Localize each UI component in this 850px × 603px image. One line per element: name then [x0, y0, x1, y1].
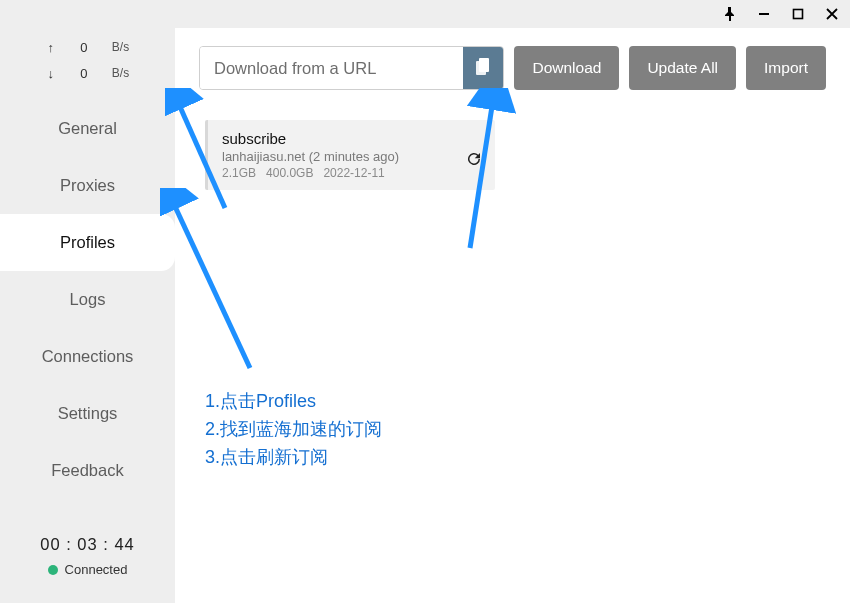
sidebar-item-logs[interactable]: Logs	[0, 271, 175, 328]
button-label: Update All	[647, 59, 718, 77]
upload-value: 0	[74, 40, 94, 55]
profile-title: subscribe	[222, 130, 481, 147]
minimize-button[interactable]	[754, 4, 774, 24]
paste-button[interactable]	[463, 47, 503, 89]
svg-rect-1	[794, 10, 803, 19]
sidebar-item-label: Proxies	[60, 176, 115, 195]
annotation-text: 1.点击Profiles 2.找到蓝海加速的订阅 3.点击刷新订阅	[205, 388, 382, 472]
profile-expire: 2022-12-11	[323, 166, 384, 180]
refresh-icon	[465, 150, 483, 168]
profile-domain: lanhaijiasu.net	[222, 149, 305, 164]
profile-used: 2.1GB	[222, 166, 256, 180]
sidebar-item-label: Settings	[58, 404, 118, 423]
annotation-arrow-2	[160, 188, 260, 378]
uptime: 00 : 03 : 44	[0, 535, 175, 554]
sidebar-item-label: Logs	[70, 290, 106, 309]
button-label: Download	[532, 59, 601, 77]
download-unit: B/s	[112, 66, 129, 80]
sidebar-item-settings[interactable]: Settings	[0, 385, 175, 442]
nav: General Proxies Profiles Logs Connection…	[0, 100, 175, 499]
status-label: Connected	[65, 562, 128, 577]
profile-age: (2 minutes ago)	[309, 149, 399, 164]
connection-status: Connected	[0, 562, 175, 577]
button-label: Import	[764, 59, 808, 77]
close-button[interactable]	[822, 4, 842, 24]
download-speed: ↓ 0 B/s	[0, 60, 175, 86]
annotation-line: 1.点击Profiles	[205, 388, 382, 416]
sidebar: ↑ 0 B/s ↓ 0 B/s General Proxies Profiles…	[0, 28, 175, 603]
download-value: 0	[74, 66, 94, 81]
toolbar: Download Update All Import	[199, 46, 826, 90]
sidebar-item-proxies[interactable]: Proxies	[0, 157, 175, 214]
annotation-line: 2.找到蓝海加速的订阅	[205, 416, 382, 444]
sidebar-item-general[interactable]: General	[0, 100, 175, 157]
import-button[interactable]: Import	[746, 46, 826, 90]
main-pane: Download Update All Import subscribe lan…	[175, 28, 850, 603]
sidebar-item-label: Feedback	[51, 461, 123, 480]
svg-rect-3	[479, 58, 489, 72]
pin-icon[interactable]	[720, 4, 740, 24]
sidebar-item-label: General	[58, 119, 117, 138]
svg-rect-0	[759, 13, 769, 15]
upload-speed: ↑ 0 B/s	[0, 34, 175, 60]
upload-unit: B/s	[112, 40, 129, 54]
sidebar-item-label: Profiles	[60, 233, 115, 252]
url-input-group	[199, 46, 504, 90]
titlebar	[0, 0, 850, 28]
svg-line-5	[172, 200, 250, 368]
download-arrow-icon: ↓	[46, 66, 56, 81]
sidebar-item-label: Connections	[42, 347, 134, 366]
window-root: ↑ 0 B/s ↓ 0 B/s General Proxies Profiles…	[0, 0, 850, 603]
annotation-line: 3.点击刷新订阅	[205, 444, 382, 472]
paste-icon	[474, 58, 492, 78]
refresh-button[interactable]	[465, 150, 483, 168]
status-dot-icon	[48, 565, 58, 575]
status-block: 00 : 03 : 44 Connected	[0, 519, 175, 603]
maximize-button[interactable]	[788, 4, 808, 24]
download-button[interactable]: Download	[514, 46, 619, 90]
sidebar-item-connections[interactable]: Connections	[0, 328, 175, 385]
profile-card[interactable]: subscribe lanhaijiasu.net (2 minutes ago…	[205, 120, 495, 190]
profile-meta: 2.1GB 400.0GB 2022-12-11	[222, 166, 481, 180]
url-input[interactable]	[200, 47, 463, 89]
profile-total: 400.0GB	[266, 166, 313, 180]
sidebar-item-profiles[interactable]: Profiles	[0, 214, 175, 271]
sidebar-item-feedback[interactable]: Feedback	[0, 442, 175, 499]
update-all-button[interactable]: Update All	[629, 46, 736, 90]
upload-arrow-icon: ↑	[46, 40, 56, 55]
profile-subtitle: lanhaijiasu.net (2 minutes ago)	[222, 149, 481, 164]
